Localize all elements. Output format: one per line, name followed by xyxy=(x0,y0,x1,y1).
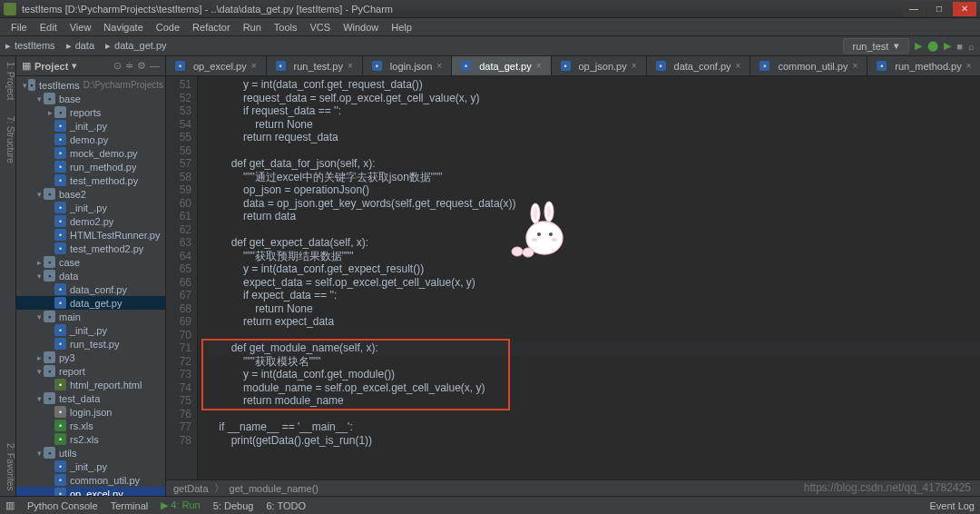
tree-item[interactable]: •mock_demo.py xyxy=(16,146,165,160)
tree-item[interactable]: •login.json xyxy=(16,405,165,419)
editor-tab[interactable]: •run_test.py× xyxy=(267,56,363,75)
menu-file[interactable]: File xyxy=(5,20,33,35)
editor-pane: •op_excel.py×•run_test.py×•login.json×•d… xyxy=(166,56,980,496)
tree-item[interactable]: •rs.xls xyxy=(16,419,165,432)
close-icon[interactable]: × xyxy=(852,61,858,71)
code-editor[interactable]: 5152535455565758596061626364656667686970… xyxy=(166,76,980,479)
editor-tab[interactable]: •login.json× xyxy=(363,56,452,75)
nav-toolbar: ▸testItems▸data▸data_get.py run_test ▾ ▶… xyxy=(0,36,980,56)
line-gutter: 5152535455565758596061626364656667686970… xyxy=(166,76,198,479)
tree-item[interactable]: •_init_.py xyxy=(16,323,165,337)
nav-item[interactable]: ▸data xyxy=(66,40,94,52)
tree-item[interactable]: •run_test.py xyxy=(16,337,165,351)
status-event-log[interactable]: Event Log xyxy=(929,500,975,511)
close-button[interactable]: ✕ xyxy=(953,2,976,16)
stop-button[interactable]: ■ xyxy=(956,41,963,52)
tree-item[interactable]: •_init_.py xyxy=(16,119,165,133)
project-pane-header: ▦ Project ▾ ⊙ ≑ ⚙ — xyxy=(16,56,165,76)
tree-item[interactable]: •html_report.html xyxy=(16,378,165,391)
editor-tab[interactable]: •op_json.py× xyxy=(552,56,647,75)
tree-item[interactable]: •test_method.py xyxy=(16,173,165,187)
hide-icon[interactable]: — xyxy=(150,60,160,72)
debug-button[interactable]: ⬤ xyxy=(927,40,938,52)
close-icon[interactable]: × xyxy=(966,61,972,71)
tree-item[interactable]: ▾▪report xyxy=(16,364,165,378)
menu-run[interactable]: Run xyxy=(238,20,267,35)
tree-item[interactable]: ▾▪data xyxy=(16,269,165,282)
project-pane-title: Project xyxy=(34,61,68,72)
tree-item[interactable]: •demo.py xyxy=(16,133,165,146)
crumb-method[interactable]: get_module_name() xyxy=(230,483,318,494)
tree-item[interactable]: •data_get.py xyxy=(16,296,165,310)
tree-item[interactable]: •HTMLTestRunner.py xyxy=(16,228,165,242)
status-run[interactable]: ▶ 4: Run xyxy=(161,499,200,511)
tree-item[interactable]: •demo2.py xyxy=(16,214,165,228)
tool-structure[interactable]: 7: Structure xyxy=(0,116,15,163)
chevron-down-icon: ▾ xyxy=(894,40,899,52)
maximize-button[interactable]: □ xyxy=(927,2,951,16)
project-tree[interactable]: ▾▪testItemsD:\PycharmProjects▾▪base▸▪rep… xyxy=(16,76,165,496)
gear-icon[interactable]: ⚙ xyxy=(137,60,146,72)
tree-item[interactable]: •data_conf.py xyxy=(16,282,165,296)
editor-tabs: •op_excel.py×•run_test.py×•login.json×•d… xyxy=(166,56,980,76)
nav-item[interactable]: ▸testItems xyxy=(5,40,55,52)
tree-item[interactable]: ▾▪test_data xyxy=(16,391,165,405)
status-terminal[interactable]: Terminal xyxy=(111,500,149,511)
status-debug[interactable]: 5: Debug xyxy=(213,500,254,511)
close-icon[interactable]: × xyxy=(251,61,257,71)
folder-icon: ▦ xyxy=(22,60,31,72)
tree-item[interactable]: •run_method.py xyxy=(16,160,165,173)
run-config-label: run_test xyxy=(853,41,889,52)
main-menubar: FileEditViewNavigateCodeRefactorRunTools… xyxy=(0,18,980,36)
menu-tools[interactable]: Tools xyxy=(269,20,303,35)
menu-edit[interactable]: Edit xyxy=(34,20,63,35)
tree-item[interactable]: ▾▪utils xyxy=(16,446,165,460)
code-area[interactable]: y = int(data_conf.get_request_data()) re… xyxy=(198,76,980,479)
crumb-class[interactable]: getData xyxy=(173,483,209,494)
close-icon[interactable]: × xyxy=(536,61,542,71)
toggle-tools-icon[interactable]: ▥ xyxy=(5,499,15,511)
window-controls: — □ ✕ xyxy=(902,2,976,16)
editor-tab[interactable]: •common_util.py× xyxy=(750,56,867,75)
menu-help[interactable]: Help xyxy=(386,20,417,35)
tree-item[interactable]: •common_util.py xyxy=(16,473,165,487)
tree-item[interactable]: •rs2.xls xyxy=(16,432,165,446)
close-icon[interactable]: × xyxy=(348,61,353,71)
minimize-button[interactable]: — xyxy=(902,2,926,16)
tree-item[interactable]: •test_method2.py xyxy=(16,242,165,255)
collapse-icon[interactable]: ≑ xyxy=(125,60,133,72)
run-button[interactable]: ▶ xyxy=(915,40,922,52)
menu-view[interactable]: View xyxy=(64,20,97,35)
tree-item[interactable]: •_init_.py xyxy=(16,460,165,473)
tree-item[interactable]: ▸▪py3 xyxy=(16,351,165,364)
tree-item[interactable]: ▾▪base xyxy=(16,92,165,105)
tool-project[interactable]: 1: Project xyxy=(0,62,15,100)
locate-icon[interactable]: ⊙ xyxy=(113,60,122,72)
status-python-console[interactable]: Python Console xyxy=(27,500,98,511)
close-icon[interactable]: × xyxy=(736,61,741,71)
status-todo[interactable]: 6: TODO xyxy=(266,500,306,511)
coverage-button[interactable]: ▶ xyxy=(944,40,951,52)
tree-item[interactable]: •_init_.py xyxy=(16,201,165,214)
menu-vcs[interactable]: VCS xyxy=(305,20,337,35)
tree-item[interactable]: ▾▪base2 xyxy=(16,187,165,201)
tree-item[interactable]: ▾▪testItemsD:\PycharmProjects xyxy=(16,78,165,92)
editor-tab[interactable]: •data_conf.py× xyxy=(647,56,751,75)
search-icon[interactable]: ⌕ xyxy=(968,41,975,52)
close-icon[interactable]: × xyxy=(632,61,637,71)
close-icon[interactable]: × xyxy=(436,61,442,71)
tree-item[interactable]: ▾▪main xyxy=(16,310,165,323)
tree-item[interactable]: •op_excel.py xyxy=(16,487,165,496)
run-config-selector[interactable]: run_test ▾ xyxy=(843,38,910,54)
menu-refactor[interactable]: Refactor xyxy=(187,20,236,35)
tool-favorites[interactable]: 2: Favorites xyxy=(0,443,15,490)
tree-item[interactable]: ▸▪reports xyxy=(16,105,165,119)
menu-window[interactable]: Window xyxy=(338,20,384,35)
tree-item[interactable]: ▸▪case xyxy=(16,255,165,269)
editor-tab[interactable]: •data_get.py× xyxy=(452,56,551,75)
editor-tab[interactable]: •run_method.py× xyxy=(867,56,980,75)
menu-code[interactable]: Code xyxy=(151,20,185,35)
menu-navigate[interactable]: Navigate xyxy=(98,20,148,35)
editor-tab[interactable]: •op_excel.py× xyxy=(166,56,267,75)
nav-item[interactable]: ▸data_get.py xyxy=(105,40,167,52)
